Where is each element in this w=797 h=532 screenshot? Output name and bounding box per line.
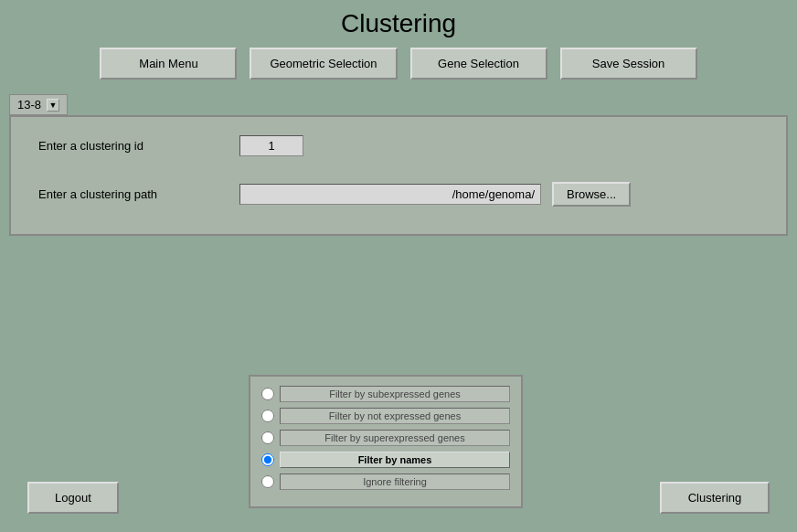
gene-selection-button[interactable]: Gene Selection bbox=[410, 48, 547, 80]
logout-button[interactable]: Logout bbox=[27, 482, 119, 514]
page-title: Clustering bbox=[0, 0, 797, 48]
filter-btn-3[interactable]: Filter by names bbox=[280, 452, 510, 468]
main-menu-button[interactable]: Main Menu bbox=[100, 48, 237, 80]
clustering-id-row: Enter a clustering id bbox=[38, 135, 759, 156]
clustering-path-label: Enter a clustering path bbox=[38, 187, 239, 201]
tab-label: 13-8 bbox=[17, 98, 41, 112]
save-session-button[interactable]: Save Session bbox=[560, 48, 697, 80]
filter-row-4: Ignore filtering bbox=[261, 473, 510, 490]
filter-row-0: Filter by subexpressed genes bbox=[261, 386, 510, 402]
clustering-path-row: Enter a clustering path Browse... bbox=[38, 182, 759, 207]
clustering-id-label: Enter a clustering id bbox=[38, 139, 239, 153]
filter-radio-1[interactable] bbox=[261, 410, 274, 422]
filter-radio-3[interactable] bbox=[261, 453, 274, 466]
filter-btn-0[interactable]: Filter by subexpressed genes bbox=[280, 386, 510, 402]
tab-dropdown[interactable]: 13-8 ▼ bbox=[9, 94, 68, 115]
filter-radio-2[interactable] bbox=[261, 431, 274, 444]
filter-radio-0[interactable] bbox=[261, 388, 274, 400]
filter-row-1: Filter by not expressed genes bbox=[261, 408, 510, 424]
clustering-id-input[interactable] bbox=[239, 135, 303, 156]
geometric-selection-button[interactable]: Geometric Selection bbox=[250, 48, 397, 80]
main-panel: Enter a clustering id Enter a clustering… bbox=[9, 115, 788, 236]
dropdown-arrow-icon[interactable]: ▼ bbox=[47, 99, 59, 112]
filter-row-3: Filter by names bbox=[261, 452, 510, 468]
filter-panel: Filter by subexpressed genes Filter by n… bbox=[249, 375, 523, 508]
clustering-action-button[interactable]: Clustering bbox=[660, 482, 770, 514]
tab-area: 13-8 ▼ bbox=[9, 94, 788, 115]
browse-button[interactable]: Browse... bbox=[552, 182, 631, 207]
filter-radio-4[interactable] bbox=[261, 475, 274, 488]
filter-btn-4[interactable]: Ignore filtering bbox=[280, 473, 510, 490]
filter-btn-2[interactable]: Filter by superexpressed genes bbox=[280, 430, 510, 446]
clustering-path-input[interactable] bbox=[239, 184, 541, 205]
nav-bar: Main Menu Geometric Selection Gene Selec… bbox=[0, 48, 797, 80]
filter-row-2: Filter by superexpressed genes bbox=[261, 430, 510, 446]
filter-btn-1[interactable]: Filter by not expressed genes bbox=[280, 408, 510, 424]
